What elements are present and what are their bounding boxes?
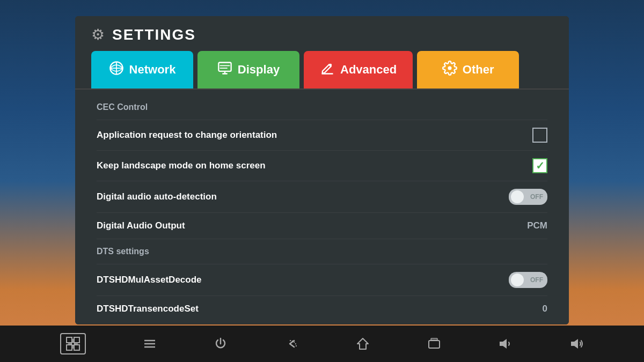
digital-audio-output-value: PCM (527, 220, 547, 231)
toggle-knob (511, 190, 524, 203)
tab-network-label: Network (129, 63, 176, 77)
back-svg (284, 336, 299, 351)
cec-control-label: CEC Control (97, 102, 148, 112)
display-svg (217, 61, 232, 76)
svg-rect-12 (67, 345, 72, 350)
landscape-mode-checkbox[interactable] (532, 158, 547, 173)
svg-rect-10 (67, 337, 72, 343)
menu-svg (142, 336, 157, 351)
network-icon (109, 61, 124, 79)
other-svg (442, 61, 457, 76)
dtshd-mul-asset-toggle[interactable]: OFF (509, 272, 547, 288)
setting-digital-audio-detection[interactable]: Digital audio auto-detection OFF (97, 181, 547, 213)
nav-home-icon[interactable] (355, 336, 370, 351)
nav-vol-down-icon[interactable] (497, 336, 513, 351)
nav-focus-icon[interactable] (60, 333, 86, 354)
setting-digital-audio-output[interactable]: Digital Audio Output PCM (97, 213, 547, 239)
svg-rect-3 (218, 63, 231, 71)
setting-cec-control: CEC Control (97, 95, 547, 120)
tab-display-label: Display (238, 63, 280, 77)
dtshd-mul-asset-label: DTSHDMulAssetDecode (97, 275, 202, 285)
other-icon (442, 61, 457, 79)
tab-display[interactable]: Display (197, 51, 299, 88)
bottom-nav-bar (0, 326, 644, 362)
app-orientation-label: Application request to change orientatio… (97, 130, 277, 141)
recents-svg (427, 336, 442, 351)
setting-dtshd-mul-asset[interactable]: DTSHDMulAssetDecode OFF (97, 264, 547, 296)
tabs-row: Network Display (75, 51, 569, 88)
setting-app-orientation[interactable]: Application request to change orientatio… (97, 120, 547, 151)
power-svg (213, 336, 228, 351)
nav-power-icon[interactable] (213, 336, 228, 351)
tab-other-label: Other (463, 63, 494, 77)
vol-up-svg (569, 336, 584, 351)
digital-audio-output-label: Digital Audio Output (97, 220, 185, 231)
svg-point-9 (448, 67, 451, 70)
setting-dtshd-transcode[interactable]: DTSHDTransencodeSet 0 (97, 296, 547, 322)
nav-vol-up-icon[interactable] (569, 336, 584, 351)
home-svg (355, 336, 370, 351)
focus-svg (65, 336, 80, 351)
nav-recents-icon[interactable] (427, 336, 442, 351)
display-icon (217, 61, 232, 79)
advanced-icon (320, 61, 335, 79)
advanced-svg (320, 61, 335, 76)
dts-settings-label: DTS settings (97, 247, 149, 256)
tab-other[interactable]: Other (417, 51, 519, 88)
dtshd-transcode-label: DTSHDTransencodeSet (97, 304, 199, 314)
toggle-off-label: OFF (530, 193, 543, 201)
svg-rect-13 (74, 345, 79, 350)
tab-advanced-label: Advanced (340, 63, 397, 77)
network-svg (109, 61, 124, 76)
svg-marker-24 (500, 339, 507, 349)
digital-audio-detection-label: Digital audio auto-detection (97, 191, 217, 202)
dtshd-transcode-value: 0 (543, 304, 547, 314)
tab-network[interactable]: Network (91, 51, 193, 88)
svg-rect-11 (74, 337, 79, 343)
nav-menu-icon[interactable] (142, 336, 157, 351)
svg-point-14 (71, 342, 75, 345)
settings-container: ⚙ SETTINGS Network (75, 16, 569, 324)
setting-landscape-mode[interactable]: Keep landscape mode on home screen (97, 151, 547, 181)
vol-down-svg (497, 336, 513, 351)
settings-content: CEC Control Application request to chang… (75, 88, 569, 324)
nav-back-icon[interactable] (284, 336, 299, 351)
svg-point-8 (330, 64, 332, 67)
digital-audio-detection-toggle[interactable]: OFF (509, 189, 547, 205)
toggle-off-label-2: OFF (530, 276, 543, 284)
tab-advanced[interactable]: Advanced (304, 51, 413, 88)
landscape-mode-label: Keep landscape mode on home screen (97, 160, 266, 171)
svg-marker-25 (571, 339, 578, 349)
toggle-knob-2 (511, 274, 524, 286)
setting-dts-settings: DTS settings (97, 239, 547, 264)
settings-gear-icon: ⚙ (91, 26, 105, 43)
settings-title: SETTINGS (112, 26, 196, 43)
svg-rect-22 (429, 341, 440, 348)
app-orientation-checkbox[interactable] (532, 128, 547, 143)
settings-header: ⚙ SETTINGS (75, 16, 569, 51)
svg-rect-23 (431, 338, 437, 340)
